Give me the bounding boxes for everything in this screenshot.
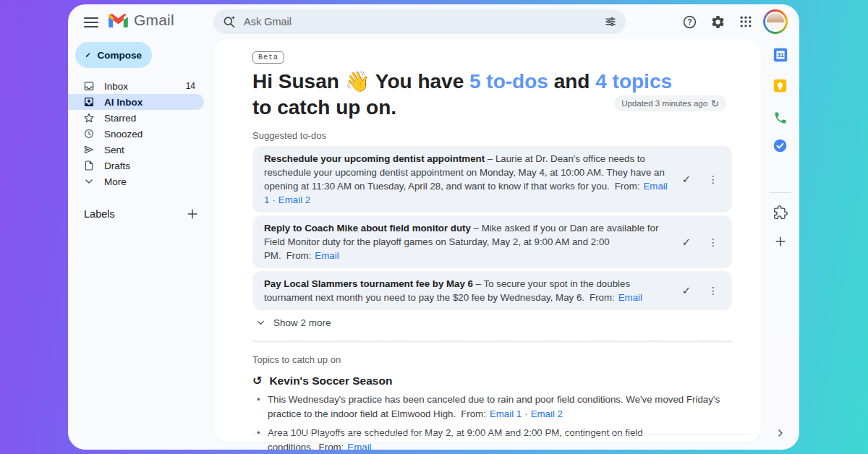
- topics-section-label: Topics to catch up on: [252, 354, 732, 365]
- ai-inbox-icon: [83, 96, 95, 108]
- wave-emoji: 👋: [345, 70, 370, 93]
- sidebar-item-label: Starred: [104, 113, 136, 124]
- gmail-window: Gmail: [68, 4, 799, 450]
- compose-label: Compose: [97, 50, 142, 61]
- todo-actions: ✓ ⋮: [679, 172, 720, 187]
- email-link[interactable]: Email 2: [278, 194, 310, 205]
- advanced-search-tune-icon[interactable]: [604, 15, 617, 28]
- top-actions: ?: [681, 13, 754, 30]
- from-label: From:: [590, 292, 615, 303]
- send-icon: [83, 144, 95, 155]
- avatar-photo: [765, 12, 786, 32]
- svg-text:31: 31: [777, 52, 784, 59]
- collapse-side-panel-icon[interactable]: [773, 425, 788, 441]
- topic-bullet-list: This Wednesday's practice has been cance…: [252, 393, 732, 450]
- topic-bullet: This Wednesday's practice has been cance…: [252, 393, 730, 421]
- todo-text: Reply to Coach Mike about field monitor …: [264, 221, 672, 262]
- link-separator: ·: [524, 408, 527, 419]
- todo-card: Pay Local Slammers tournament fee by May…: [252, 271, 732, 310]
- profile-avatar[interactable]: [763, 9, 788, 34]
- sidebar-item-label: Drafts: [104, 160, 130, 171]
- email-link[interactable]: Email: [347, 442, 371, 450]
- todos-count-link[interactable]: 5 to-dos: [469, 70, 548, 93]
- todo-text: Reschedule your upcoming dentist appoint…: [264, 152, 672, 207]
- sidebar-item-sent[interactable]: Sent: [68, 142, 204, 158]
- greeting-part4: to catch up on.: [252, 96, 396, 119]
- help-icon[interactable]: ?: [681, 13, 698, 30]
- more-options-button[interactable]: ⋮: [706, 172, 720, 187]
- sidebar-item-starred[interactable]: Starred: [68, 110, 204, 126]
- chevron-down-icon: [83, 176, 95, 187]
- from-label: From:: [461, 408, 486, 419]
- sidebar-nav: Inbox 14 AI Inbox Starred: [68, 78, 213, 189]
- hamburger-menu-icon[interactable]: [84, 14, 98, 29]
- email-link[interactable]: Email: [315, 250, 339, 261]
- star-icon: [83, 112, 95, 124]
- refresh-icon: ↻: [711, 99, 719, 108]
- from-label: From:: [615, 181, 640, 192]
- updated-label: Updated 3 minutes ago: [621, 99, 707, 108]
- todo-title: Reschedule your upcoming dentist appoint…: [264, 153, 485, 164]
- compose-button[interactable]: Compose: [75, 42, 152, 68]
- from-label: From:: [286, 250, 312, 261]
- inbox-count-badge: 14: [186, 81, 195, 91]
- sidebar-item-inbox[interactable]: Inbox 14: [68, 78, 204, 94]
- link-separator: ·: [272, 194, 275, 205]
- sidebar-item-label: More: [104, 176, 127, 187]
- sidebar: Compose Inbox 14 AI Inbox: [68, 39, 213, 450]
- greeting-heading: Hi Susan 👋 You have 5 to-dos and 4 topic…: [252, 69, 686, 121]
- wavy-divider: [252, 339, 732, 344]
- mark-done-button[interactable]: ✓: [679, 172, 694, 187]
- sidebar-item-label: AI Inbox: [104, 97, 142, 108]
- chevron-down-icon: [255, 317, 266, 328]
- more-options-button[interactable]: ⋮: [706, 283, 720, 298]
- inbox-icon: [83, 80, 95, 92]
- ask-gmail-search-icon: [222, 14, 237, 29]
- calendar-icon[interactable]: 31: [772, 46, 789, 64]
- show-more-button[interactable]: Show 2 more: [255, 317, 732, 328]
- mark-done-button[interactable]: ✓: [679, 283, 694, 298]
- todo-actions: ✓ ⋮: [679, 235, 720, 249]
- rail-divider: [770, 192, 791, 193]
- add-label-icon[interactable]: [185, 207, 200, 221]
- gmail-logo: Gmail: [109, 12, 174, 29]
- side-panel-rail: 31: [761, 39, 799, 450]
- bottom-divider: [252, 434, 749, 435]
- gradient-background: Gmail: [0, 0, 868, 454]
- greeting-part1: Hi Susan: [252, 70, 345, 93]
- mark-done-button[interactable]: ✓: [679, 235, 694, 249]
- todo-card: Reschedule your upcoming dentist appoint…: [252, 146, 732, 213]
- compose-pencil-icon: [85, 49, 90, 61]
- app-title: Gmail: [134, 12, 174, 29]
- voice-phone-icon[interactable]: [772, 109, 789, 127]
- more-options-button[interactable]: ⋮: [706, 235, 720, 249]
- beta-badge: Beta: [252, 51, 284, 64]
- updated-status-pill[interactable]: Updated 3 minutes ago ↻: [614, 95, 726, 111]
- sidebar-item-ai-inbox[interactable]: AI Inbox: [68, 94, 204, 110]
- todo-card: Reply to Coach Mike about field monitor …: [252, 215, 732, 268]
- labels-header: Labels: [84, 208, 115, 220]
- search-input[interactable]: [244, 16, 604, 27]
- settings-gear-icon[interactable]: [709, 13, 726, 30]
- email-link[interactable]: Email 1: [490, 408, 522, 419]
- todo-actions: ✓ ⋮: [679, 283, 720, 298]
- keep-notes-icon[interactable]: [772, 77, 789, 94]
- sidebar-item-label: Sent: [104, 145, 124, 155]
- sidebar-item-more[interactable]: More: [68, 174, 204, 189]
- tasks-icon[interactable]: [772, 137, 789, 154]
- search-bar[interactable]: [213, 9, 626, 34]
- svg-text:?: ?: [687, 17, 692, 26]
- apps-grid-icon[interactable]: [737, 13, 754, 30]
- add-panel-icon[interactable]: [772, 233, 789, 250]
- todo-title: Pay Local Slammers tournament fee by May…: [264, 278, 473, 289]
- snooze-clock-icon: [83, 128, 95, 140]
- email-link[interactable]: Email 2: [531, 408, 563, 419]
- topics-count-link[interactable]: 4 topics: [595, 70, 672, 93]
- greeting-part2: You have: [370, 70, 469, 93]
- sidebar-item-drafts[interactable]: Drafts: [68, 158, 204, 174]
- sidebar-item-snoozed[interactable]: Snoozed: [68, 126, 204, 142]
- suggested-todos-label: Suggested to-dos: [252, 130, 732, 141]
- email-link[interactable]: Email: [618, 292, 642, 303]
- addons-puzzle-icon[interactable]: [772, 204, 789, 221]
- from-label: From:: [319, 442, 344, 450]
